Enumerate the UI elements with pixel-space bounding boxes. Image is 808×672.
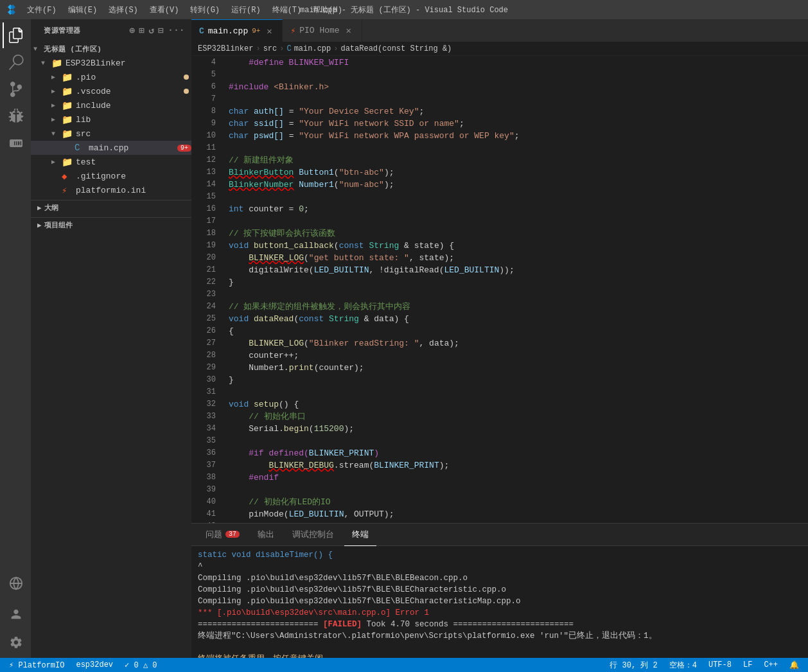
breadcrumb-maincpp[interactable]: main.cpp: [294, 44, 331, 53]
line-number: 33: [191, 411, 216, 423]
activity-explorer[interactable]: [3, 22, 28, 48]
code-line[interactable]: [224, 93, 808, 105]
root-folder[interactable]: ▼ 📁 ESP32Blinker: [31, 56, 191, 70]
workspace-item[interactable]: ▼ 无标题 (工作区): [31, 42, 191, 56]
code-line[interactable]: BlinkerButton Button1("btn-abc");: [224, 166, 808, 179]
activity-remote[interactable]: [3, 570, 28, 596]
code-line[interactable]: }: [224, 374, 808, 386]
menu-run[interactable]: 运行(R): [226, 3, 266, 17]
vscode-folder[interactable]: ▶ 📁 .vscode: [31, 84, 191, 98]
code-line[interactable]: void dataRead(const String & data) {: [224, 313, 808, 325]
menu-file[interactable]: 文件(F): [22, 3, 62, 17]
code-line[interactable]: void button1_callback(const String & sta…: [224, 240, 808, 252]
panel-tab-debug[interactable]: 调试控制台: [285, 524, 342, 546]
status-spaces[interactable]: 空格：4: [667, 660, 699, 671]
status-ln-col[interactable]: 行 30, 列 2: [607, 660, 660, 671]
vscode-label: .vscode: [76, 87, 184, 96]
code-line[interactable]: // 按下按键即会执行该函数: [224, 227, 808, 240]
pio-folder[interactable]: ▶ 📁 .pio: [31, 70, 191, 84]
collapse-all-icon[interactable]: ⊟: [158, 25, 164, 36]
menu-edit[interactable]: 编辑(E): [63, 3, 103, 17]
breadcrumb-src[interactable]: src: [263, 44, 277, 53]
code-line[interactable]: pinMode(LED_BUILTIN, OUTPUT);: [224, 508, 808, 520]
code-line[interactable]: }: [224, 276, 808, 288]
activity-extensions[interactable]: [3, 130, 28, 156]
code-line[interactable]: [224, 215, 808, 227]
terminal-content[interactable]: static void disableTimer() { ^Compiling …: [191, 546, 808, 658]
menu-goto[interactable]: 转到(G): [185, 3, 225, 17]
code-line[interactable]: // 新建组件对象: [224, 154, 808, 166]
test-folder[interactable]: ▶ 📁 test: [31, 155, 191, 169]
gitignore-file[interactable]: ◆ .gitignore: [31, 169, 191, 183]
lib-folder[interactable]: ▶ 📁 lib: [31, 112, 191, 127]
tab-pio-home[interactable]: ⚡ PIO Home ✕: [283, 19, 362, 42]
project-components-header[interactable]: ▶ 项目组件: [31, 218, 191, 232]
main-cpp-file[interactable]: C main.cpp 9+: [31, 141, 191, 155]
code-line[interactable]: digitalWrite(LED_BUILTIN, !digitalRead(L…: [224, 264, 808, 276]
code-line[interactable]: int counter = 0;: [224, 203, 808, 215]
line-number: 18: [191, 227, 216, 240]
code-line[interactable]: [224, 288, 808, 301]
tab-pio-home-close[interactable]: ✕: [344, 25, 354, 36]
src-folder[interactable]: ▼ 📁 src: [31, 127, 191, 141]
code-line[interactable]: #define BLINKER_WIFI: [224, 57, 808, 69]
panel-tab-problems[interactable]: 问题 37: [198, 524, 247, 546]
code-line[interactable]: BLINKER_LOG("get button state: ", state)…: [224, 252, 808, 264]
tab-main-cpp-close[interactable]: ✕: [264, 26, 274, 37]
outline-header[interactable]: ▶ 大纲: [31, 200, 191, 215]
panel-tab-terminal[interactable]: 终端: [344, 524, 376, 546]
code-line[interactable]: // 如果未绑定的组件被触发，则会执行其中内容: [224, 301, 808, 313]
code-line[interactable]: #include <Blinker.h>: [224, 81, 808, 93]
code-line[interactable]: BLINKER_DEBUG.stream(BLINKER_PRINT);: [224, 459, 808, 472]
status-errors[interactable]: ✓ 0 △ 0: [122, 660, 159, 670]
code-line[interactable]: counter++;: [224, 349, 808, 362]
menu-select[interactable]: 选择(S): [103, 3, 143, 17]
main-cpp-label: main.cpp: [89, 143, 177, 153]
status-encoding[interactable]: UTF-8: [706, 660, 734, 669]
code-line[interactable]: [224, 386, 808, 398]
code-line[interactable]: #endif: [224, 472, 808, 484]
code-line[interactable]: {: [224, 325, 808, 337]
panel-tab-output[interactable]: 输出: [250, 524, 282, 546]
code-line[interactable]: #if defined(BLINKER_PRINT): [224, 447, 808, 459]
code-line[interactable]: [224, 191, 808, 203]
breadcrumb-func[interactable]: dataRead(const String &): [340, 44, 452, 53]
refresh-icon[interactable]: ↺: [148, 25, 154, 36]
status-pio[interactable]: ⚡ PlatformIO: [6, 660, 67, 670]
code-line[interactable]: // 初始化串口: [224, 411, 808, 423]
code-line[interactable]: [224, 69, 808, 81]
code-line[interactable]: [224, 435, 808, 447]
status-device[interactable]: esp32dev: [73, 660, 116, 669]
activity-settings[interactable]: [3, 630, 28, 655]
breadcrumb-esp32[interactable]: ESP32Blinker: [198, 44, 253, 53]
code-line[interactable]: Number1.print(counter);: [224, 362, 808, 374]
code-line[interactable]: char auth[] = "Your Device Secret Key";: [224, 105, 808, 118]
include-label: include: [76, 101, 191, 111]
activity-debug[interactable]: [3, 103, 28, 129]
status-lang[interactable]: C++: [761, 660, 780, 669]
code-line[interactable]: char ssid[] = "Your WiFi network SSID or…: [224, 118, 808, 130]
lib-arrow: ▶: [51, 116, 62, 123]
activity-account[interactable]: [3, 601, 28, 627]
code-line[interactable]: [224, 484, 808, 496]
code-line[interactable]: char pswd[] = "Your WiFi network WPA pas…: [224, 130, 808, 142]
code-line[interactable]: Serial.begin(115200);: [224, 423, 808, 435]
code-line[interactable]: BLINKER_LOG("Blinker readString: ", data…: [224, 337, 808, 349]
code-line[interactable]: BlinkerNumber Number1("num-abc");: [224, 179, 808, 191]
new-file-icon[interactable]: ⊕: [130, 25, 136, 36]
code-line[interactable]: // 初始化有LED的IO: [224, 496, 808, 508]
activity-search[interactable]: [3, 49, 28, 75]
new-folder-icon[interactable]: ⊞: [139, 25, 145, 36]
platformio-file[interactable]: ⚡ platformio.ini: [31, 183, 191, 197]
terminal-line: 终端将被任务重用，按任意键关闭。: [198, 653, 802, 658]
code-line[interactable]: [224, 142, 808, 154]
status-notifications[interactable]: 🔔: [787, 660, 802, 670]
code-line[interactable]: void setup() {: [224, 398, 808, 411]
activity-source-control[interactable]: [3, 76, 28, 102]
tab-main-cpp[interactable]: C main.cpp 9+ ✕: [191, 19, 283, 42]
menu-view[interactable]: 查看(V): [145, 3, 184, 17]
code-content[interactable]: #define BLINKER_WIFI #include <Blinker.h…: [224, 56, 808, 523]
status-eol[interactable]: LF: [741, 660, 755, 669]
more-icon[interactable]: ···: [168, 25, 185, 36]
include-folder[interactable]: ▶ 📁 include: [31, 98, 191, 112]
